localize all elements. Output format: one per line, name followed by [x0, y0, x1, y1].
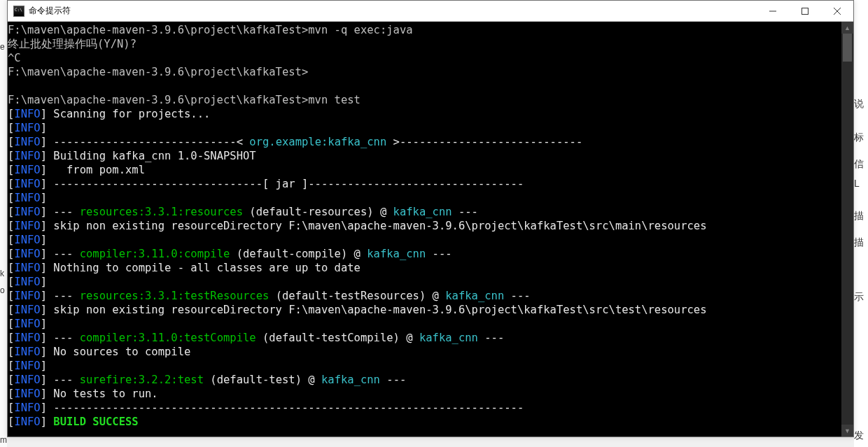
window-controls — [757, 1, 853, 21]
output-line: --------------------------------[ jar ]-… — [53, 178, 524, 190]
output-line: 终止批处理操作吗(Y/N)? — [8, 38, 136, 50]
scroll-down-button[interactable]: ▼ — [841, 425, 853, 437]
window-title: 命令提示符 — [29, 5, 757, 17]
maven-goal: surefire:3.2.2:test — [80, 374, 204, 386]
output-line: Building kafka_cnn 1.0-SNAPSHOT — [53, 150, 255, 162]
output-line: Scanning for projects... — [53, 108, 210, 120]
output-line: skip non existing resourceDirectory F:\m… — [53, 220, 706, 232]
page-behind-left: e k o m — [0, 0, 7, 447]
maximize-button[interactable] — [789, 1, 821, 21]
output-line: ----------------------------------------… — [53, 402, 524, 414]
output-line: from pom.xml — [53, 164, 145, 176]
build-success: BUILD SUCCESS — [53, 416, 138, 428]
prompt-path: F:\maven\apache-maven-3.9.6\project\kafk… — [8, 94, 308, 106]
minimize-button[interactable] — [757, 1, 789, 21]
terminal-area: F:\maven\apache-maven-3.9.6\project\kafk… — [8, 22, 853, 437]
terminal-output[interactable]: F:\maven\apache-maven-3.9.6\project\kafk… — [8, 22, 841, 437]
maven-goal: compiler:3.11.0:compile — [80, 248, 230, 260]
close-button[interactable] — [821, 1, 853, 21]
cmd-icon — [13, 6, 24, 17]
close-icon — [834, 8, 841, 15]
command-text: mvn -q exec:java — [308, 24, 412, 36]
scroll-thumb[interactable] — [843, 34, 852, 62]
svg-rect-1 — [802, 8, 808, 14]
cmd-window: 命令提示符 F:\maven\apache-maven-3.9.6\projec… — [7, 0, 854, 437]
bracket: [ — [8, 108, 14, 120]
output-line: Nothing to compile - all classes are up … — [53, 262, 360, 274]
bracket: ] — [41, 108, 54, 120]
page-behind-right: 说 标 信 L 描 描 示 发 — [854, 0, 868, 447]
project-id: org.example:kafka_cnn — [249, 136, 386, 148]
maximize-icon — [802, 8, 808, 15]
prompt-path: F:\maven\apache-maven-3.9.6\project\kafk… — [8, 24, 308, 36]
maven-goal: resources:3.3.1:testResources — [80, 290, 270, 302]
info-tag: INFO — [14, 108, 40, 120]
maven-goal: resources:3.3.1:resources — [80, 206, 243, 218]
output-line: No sources to compile — [53, 346, 190, 358]
output-line: skip non existing resourceDirectory F:\m… — [53, 304, 706, 316]
command-text: mvn test — [308, 94, 360, 106]
minimize-icon — [769, 8, 776, 15]
scrollbar[interactable]: ▲ ▼ — [841, 22, 853, 437]
output-line: ^C — [8, 52, 21, 64]
maven-goal: compiler:3.11.0:testCompile — [80, 332, 256, 344]
prompt-path: F:\maven\apache-maven-3.9.6\project\kafk… — [8, 66, 308, 78]
titlebar[interactable]: 命令提示符 — [8, 1, 853, 22]
output-line: No tests to run. — [53, 388, 158, 400]
artifact-name: kafka_cnn — [393, 206, 452, 218]
scroll-up-button[interactable]: ▲ — [841, 22, 853, 34]
